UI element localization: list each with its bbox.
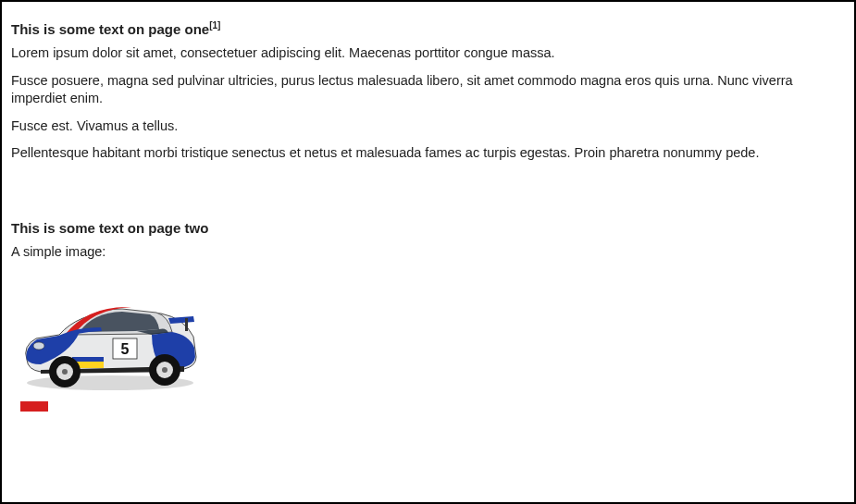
svg-point-11 [162,367,167,373]
page1-paragraph-3: Fusce est. Vivamus a tellus. [11,117,845,136]
svg-rect-12 [185,318,188,331]
svg-rect-4 [72,357,104,362]
page1-paragraph-1: Lorem ipsum dolor sit amet, consectetuer… [11,44,845,63]
page1-paragraph-4: Pellentesque habitant morbi tristique se… [11,144,845,163]
footnote-ref: [1] [209,20,220,31]
document-body: This is some text on page one[1] Lorem i… [0,0,856,504]
page1-paragraph-2: Fusce posuere, magna sed pulvinar ultric… [11,72,845,108]
page1-heading-text: This is some text on page one [11,21,209,37]
red-annotation-mark [20,401,48,412]
page2-heading: This is some text on page two [11,220,845,236]
svg-text:5: 5 [121,341,130,357]
page2-caption: A simple image: [11,243,845,262]
page-gap [11,172,845,215]
rally-car-image: 5 [13,281,203,392]
svg-point-8 [62,369,68,375]
page1-heading: This is some text on page one[1] [11,20,845,37]
svg-point-5 [33,342,44,350]
image-container: 5 [13,281,203,412]
